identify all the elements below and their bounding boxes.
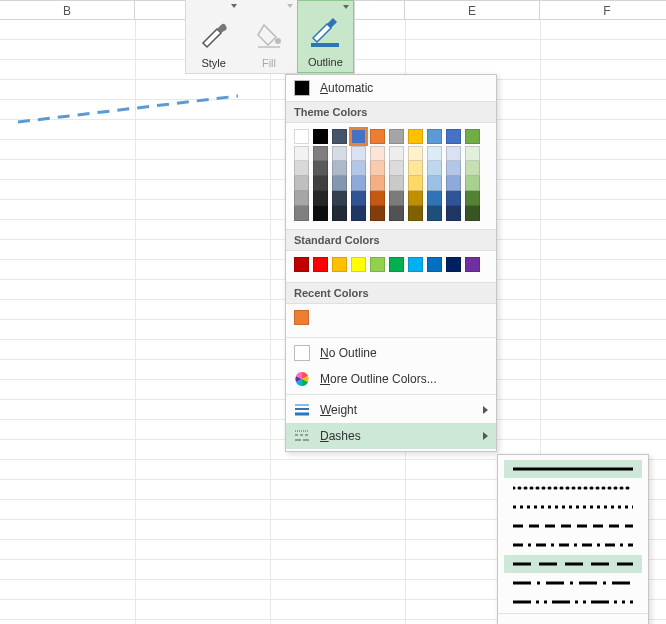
- color-swatch[interactable]: [294, 146, 309, 161]
- dashes-submenu: More Lines...: [497, 454, 649, 624]
- color-swatch[interactable]: [294, 206, 309, 221]
- color-swatch[interactable]: [351, 146, 366, 161]
- color-swatch[interactable]: [427, 161, 442, 176]
- more-outline-colors-item[interactable]: More Outline Colors...: [286, 366, 496, 392]
- color-swatch[interactable]: [389, 129, 404, 144]
- color-swatch[interactable]: [427, 191, 442, 206]
- color-swatch[interactable]: [370, 257, 385, 272]
- color-swatch[interactable]: [313, 191, 328, 206]
- color-swatch[interactable]: [408, 146, 423, 161]
- color-swatch[interactable]: [332, 161, 347, 176]
- color-swatch[interactable]: [332, 206, 347, 221]
- color-swatch[interactable]: [313, 176, 328, 191]
- color-swatch[interactable]: [446, 161, 461, 176]
- color-swatch[interactable]: [427, 257, 442, 272]
- color-swatch[interactable]: [465, 206, 480, 221]
- dash-option-square-dot[interactable]: [504, 498, 642, 516]
- color-swatch[interactable]: [427, 206, 442, 221]
- no-outline-item[interactable]: No Outline: [286, 340, 496, 366]
- more-lines-item[interactable]: More Lines...: [498, 616, 648, 624]
- color-swatch[interactable]: [370, 206, 385, 221]
- color-swatch[interactable]: [351, 191, 366, 206]
- color-swatch[interactable]: [408, 206, 423, 221]
- color-swatch[interactable]: [332, 146, 347, 161]
- color-swatch[interactable]: [294, 129, 309, 144]
- color-swatch[interactable]: [313, 146, 328, 161]
- color-swatch[interactable]: [389, 206, 404, 221]
- color-swatch[interactable]: [332, 191, 347, 206]
- color-swatch[interactable]: [446, 176, 461, 191]
- color-swatch[interactable]: [446, 191, 461, 206]
- color-swatch[interactable]: [332, 257, 347, 272]
- color-swatch[interactable]: [427, 146, 442, 161]
- color-swatch[interactable]: [389, 191, 404, 206]
- style-button[interactable]: Style: [186, 0, 241, 73]
- fill-icon: [250, 14, 288, 54]
- color-swatch[interactable]: [427, 129, 442, 144]
- color-swatch[interactable]: [332, 176, 347, 191]
- color-swatch[interactable]: [370, 129, 385, 144]
- dash-option-dash[interactable]: [504, 517, 642, 535]
- color-swatch[interactable]: [294, 257, 309, 272]
- color-swatch[interactable]: [351, 257, 366, 272]
- automatic-item[interactable]: Automatic: [286, 75, 496, 101]
- color-swatch[interactable]: [313, 206, 328, 221]
- dash-option-long-dash-dot-dot[interactable]: [504, 593, 642, 611]
- color-swatch[interactable]: [465, 146, 480, 161]
- color-swatch[interactable]: [408, 191, 423, 206]
- dash-option-long-dash-dot[interactable]: [504, 574, 642, 592]
- color-swatch[interactable]: [313, 161, 328, 176]
- svg-rect-2: [258, 46, 280, 48]
- svg-rect-3: [311, 43, 339, 47]
- color-swatch[interactable]: [351, 176, 366, 191]
- color-swatch[interactable]: [370, 161, 385, 176]
- color-swatch[interactable]: [294, 161, 309, 176]
- color-swatch[interactable]: [446, 257, 461, 272]
- dashes-item[interactable]: Dashes: [286, 423, 496, 449]
- submenu-arrow-icon: [483, 432, 488, 440]
- color-swatch[interactable]: [351, 161, 366, 176]
- standard-colors-header: Standard Colors: [286, 229, 496, 251]
- dash-option-dash-dot[interactable]: [504, 536, 642, 554]
- color-swatch[interactable]: [370, 176, 385, 191]
- color-swatch[interactable]: [389, 257, 404, 272]
- outline-icon: [306, 13, 344, 53]
- color-swatch[interactable]: [427, 176, 442, 191]
- color-swatch[interactable]: [313, 257, 328, 272]
- fill-button: Fill: [241, 0, 296, 73]
- color-swatch[interactable]: [446, 129, 461, 144]
- weight-item[interactable]: Weight: [286, 397, 496, 423]
- outline-button[interactable]: Outline: [297, 0, 354, 73]
- dash-option-long-dash[interactable]: [504, 555, 642, 573]
- color-swatch[interactable]: [370, 146, 385, 161]
- color-swatch[interactable]: [313, 129, 328, 144]
- color-swatch[interactable]: [446, 146, 461, 161]
- color-swatch[interactable]: [332, 129, 347, 144]
- column-header-f[interactable]: F: [540, 0, 666, 20]
- dash-option-round-dot[interactable]: [504, 479, 642, 497]
- color-swatch[interactable]: [465, 191, 480, 206]
- color-swatch[interactable]: [351, 129, 366, 144]
- dash-option-solid[interactable]: [504, 460, 642, 478]
- color-swatch[interactable]: [465, 129, 480, 144]
- color-swatch[interactable]: [465, 176, 480, 191]
- color-swatch[interactable]: [389, 146, 404, 161]
- color-swatch[interactable]: [408, 129, 423, 144]
- color-swatch[interactable]: [294, 310, 309, 325]
- color-swatch[interactable]: [370, 191, 385, 206]
- color-swatch[interactable]: [389, 176, 404, 191]
- column-header-e[interactable]: E: [405, 0, 540, 20]
- column-header-b[interactable]: B: [0, 0, 135, 20]
- color-swatch[interactable]: [446, 206, 461, 221]
- color-swatch[interactable]: [408, 161, 423, 176]
- color-swatch[interactable]: [351, 206, 366, 221]
- dashes-icon: [294, 428, 310, 444]
- weight-icon: [294, 402, 310, 418]
- color-swatch[interactable]: [465, 161, 480, 176]
- color-swatch[interactable]: [408, 257, 423, 272]
- color-swatch[interactable]: [294, 176, 309, 191]
- color-swatch[interactable]: [465, 257, 480, 272]
- color-swatch[interactable]: [389, 161, 404, 176]
- color-swatch[interactable]: [408, 176, 423, 191]
- color-swatch[interactable]: [294, 191, 309, 206]
